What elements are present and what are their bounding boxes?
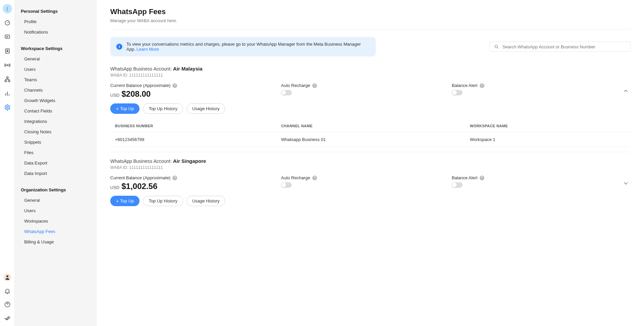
icon-rail: (	[0, 0, 15, 326]
business-numbers-table: BUSINESS NUMBERCHANNEL NAMEWORKSPACE NAM…	[110, 120, 631, 147]
notifications-icon[interactable]	[4, 288, 11, 294]
brand-icon	[4, 315, 11, 321]
svg-point-4	[7, 64, 8, 66]
svg-rect-6	[5, 80, 6, 82]
divider	[110, 152, 631, 152]
help-icon[interactable]	[4, 301, 11, 308]
svg-rect-7	[8, 80, 10, 82]
currency: USD	[110, 93, 119, 98]
waba-account: WhatsApp Business Account: Air Singapore…	[110, 158, 631, 206]
page-subtitle: Manage your WABA account here.	[110, 18, 631, 23]
col-channel-name: CHANNEL NAME	[276, 120, 465, 132]
sidebar-item-integrations[interactable]: Integrations	[15, 116, 97, 127]
col-business-number: BUSINESS NUMBER	[110, 120, 276, 132]
sidebar-item-general[interactable]: General	[15, 195, 97, 205]
info-icon: i	[116, 44, 122, 50]
waba-prefix: WhatsApp Business Account:	[110, 66, 173, 72]
currency: USD	[110, 185, 119, 190]
cell-workspace-name: Workspace 1	[465, 132, 631, 147]
balance-alert-label: Balance Alert	[452, 175, 478, 180]
search-input[interactable]	[502, 44, 626, 49]
cell-channel-name: Whatsapp Business 01	[276, 132, 465, 147]
top-up-button[interactable]: +Top Up	[110, 196, 139, 206]
chat-icon[interactable]	[4, 34, 11, 40]
help-icon[interactable]: ?	[480, 83, 484, 88]
auto-recharge-label: Auto Recharge	[281, 83, 310, 88]
sidebar-item-workspaces[interactable]: Workspaces	[15, 216, 97, 226]
user-avatar[interactable]	[4, 274, 11, 281]
sidebar-item-files[interactable]: Files	[15, 147, 97, 158]
broadcast-icon[interactable]	[4, 62, 11, 68]
table-row[interactable]: +60123456789Whatsapp Business 01Workspac…	[110, 132, 631, 147]
top-up-button[interactable]: +Top Up	[110, 103, 139, 114]
sidebar-item-contact-fields[interactable]: Contact Fields	[15, 106, 97, 116]
plus-icon: +	[116, 106, 119, 111]
org-avatar[interactable]: (	[3, 4, 12, 13]
balance-alert-toggle[interactable]	[452, 90, 462, 95]
info-banner-text: To view your conversations metrics and c…	[126, 42, 361, 52]
workflow-icon[interactable]	[4, 76, 11, 83]
help-icon[interactable]: ?	[480, 176, 484, 180]
main-content: WhatsApp Fees Manage your WABA account h…	[97, 0, 644, 326]
svg-point-8	[6, 107, 8, 108]
sidebar-item-notifications[interactable]: Notifications	[15, 27, 97, 37]
balance-label: Current Balance (Approximate)	[110, 175, 170, 180]
sidebar-item-profile[interactable]: Profile	[15, 16, 97, 27]
sidebar-item-whatsapp-fees[interactable]: WhatsApp Fees	[15, 226, 97, 237]
balance-alert-toggle[interactable]	[452, 182, 462, 188]
sidebar-section-workspace: Workspace Settings	[15, 43, 97, 54]
sidebar-item-channels[interactable]: Channels	[15, 85, 97, 95]
sidebar-section-organization: Organization Settings	[15, 185, 97, 195]
sidebar-item-closing-notes[interactable]: Closing Notes	[15, 127, 97, 137]
sidebar-item-users[interactable]: Users	[15, 64, 97, 75]
info-banner: i To view your conversations metrics and…	[110, 37, 376, 56]
svg-point-11	[495, 45, 497, 48]
waba-name: Air Singapore	[173, 158, 206, 164]
sidebar-item-growth-widgets[interactable]: Growth Widgets	[15, 95, 97, 106]
reports-icon[interactable]	[4, 90, 11, 97]
dashboard-icon[interactable]	[4, 19, 11, 26]
sidebar-item-snippets[interactable]: Snippets	[15, 137, 97, 147]
chevron-up-icon[interactable]	[622, 88, 631, 94]
auto-recharge-toggle[interactable]	[281, 90, 292, 95]
help-icon[interactable]: ?	[172, 176, 177, 180]
waba-name: Air Malaysia	[173, 66, 203, 72]
usage-history-button[interactable]: Usage History	[187, 196, 226, 206]
help-icon[interactable]: ?	[172, 83, 177, 88]
col-workspace-name: WORKSPACE NAME	[465, 120, 631, 132]
sidebar-item-data-import[interactable]: Data Import	[15, 168, 97, 179]
search-icon	[494, 44, 499, 49]
learn-more-link[interactable]: Learn More	[136, 47, 159, 52]
waba-account: WhatsApp Business Account: Air MalaysiaW…	[110, 66, 631, 147]
cell-business-number: +60123456789	[110, 132, 276, 147]
svg-rect-1	[5, 35, 9, 38]
waba-id: WABA ID: 111111111111111	[110, 165, 631, 170]
page-title: WhatsApp Fees	[110, 7, 631, 16]
sidebar-item-general[interactable]: General	[15, 54, 97, 64]
usage-history-button[interactable]: Usage History	[187, 103, 226, 114]
settings-icon[interactable]	[4, 104, 11, 111]
sidebar-section-personal: Personal Settings	[15, 6, 97, 16]
sidebar-item-data-export[interactable]: Data Export	[15, 158, 97, 168]
help-icon[interactable]: ?	[312, 83, 317, 88]
auto-recharge-label: Auto Recharge	[281, 175, 310, 180]
contact-icon[interactable]	[4, 48, 11, 54]
svg-point-9	[6, 275, 8, 277]
balance-alert-label: Balance Alert	[452, 83, 478, 88]
balance-label: Current Balance (Approximate)	[110, 83, 170, 88]
search-wrapper[interactable]	[489, 42, 631, 52]
waba-id: WABA ID: 111111111111111	[110, 73, 631, 78]
help-icon[interactable]: ?	[312, 176, 317, 180]
auto-recharge-toggle[interactable]	[281, 182, 292, 188]
svg-rect-5	[6, 77, 8, 78]
balance-amount: $208.00	[121, 89, 151, 99]
sidebar-item-billing-usage[interactable]: Billing & Usage	[15, 237, 97, 247]
chevron-down-icon[interactable]	[622, 180, 631, 187]
top-up-history-button[interactable]: Top Up History	[143, 196, 183, 206]
settings-sidebar: Personal Settings ProfileNotifications W…	[15, 0, 97, 326]
sidebar-item-teams[interactable]: Teams	[15, 75, 97, 85]
svg-point-3	[7, 50, 8, 51]
top-up-history-button[interactable]: Top Up History	[143, 103, 183, 114]
plus-icon: +	[116, 199, 119, 203]
sidebar-item-users[interactable]: Users	[15, 205, 97, 216]
